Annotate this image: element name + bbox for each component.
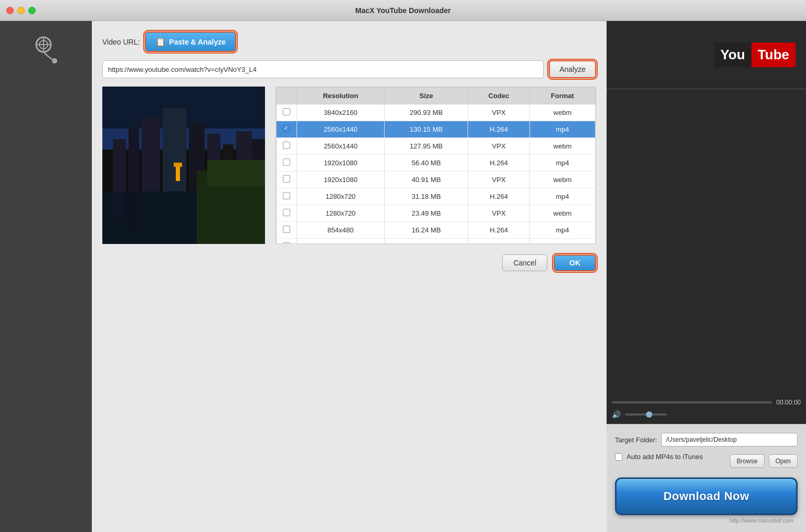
- target-folder-label: Target Folder:: [615, 436, 657, 444]
- sidebar: [0, 21, 92, 532]
- row-size: 16.24 MB: [385, 222, 468, 239]
- svg-rect-22: [207, 160, 265, 186]
- analyze-button[interactable]: Analyze: [549, 60, 596, 78]
- volume-knob: [646, 411, 652, 418]
- row-codec: VPX: [468, 205, 529, 222]
- row-format: webm: [529, 138, 595, 155]
- download-now-button[interactable]: Download Now: [615, 477, 798, 515]
- row-resolution: 854x480: [297, 239, 385, 244]
- row-codec: H.264: [468, 222, 529, 239]
- row-size: 127.95 MB: [385, 138, 468, 155]
- row-codec: VPX: [468, 239, 529, 244]
- table-row[interactable]: 2560x1440130.15 MBH.264mp4: [277, 121, 596, 138]
- volume-row: 🔊: [612, 410, 801, 419]
- paste-analyze-button[interactable]: 📋 Paste & Analyze: [145, 31, 236, 52]
- table-row[interactable]: 1920x108056.40 MBH.264mp4: [277, 155, 596, 172]
- close-button[interactable]: [6, 7, 14, 14]
- video-url-label: Video URL:: [102, 38, 140, 46]
- browse-button[interactable]: Browse: [730, 454, 765, 468]
- table-row[interactable]: 854x48011.94 MBVPXwebm: [277, 239, 596, 244]
- window-title: MacX YouTube Downloader: [355, 6, 451, 15]
- row-codec: H.264: [468, 155, 529, 172]
- col-size: Size: [385, 88, 468, 104]
- row-resolution: 3840x2160: [297, 104, 385, 121]
- content-area: Resolution Size Codec Format 3840x216029…: [102, 87, 596, 522]
- titlebar: MacX YouTube Downloader: [0, 0, 806, 21]
- svg-rect-19: [113, 191, 126, 223]
- table-row[interactable]: 1920x108040.91 MBVPXwebm: [277, 172, 596, 188]
- row-resolution: 1920x1080: [297, 172, 385, 188]
- maximize-button[interactable]: [28, 7, 36, 14]
- bottom-section: Target Folder: Auto add MP4s to iTunes B…: [607, 424, 806, 532]
- video-thumbnail: [102, 87, 265, 244]
- row-checkbox[interactable]: [283, 226, 290, 233]
- row-format: webm: [529, 104, 595, 121]
- open-button[interactable]: Open: [769, 454, 798, 468]
- url-input[interactable]: [102, 60, 544, 78]
- col-format: Format: [529, 88, 595, 104]
- auto-add-label: Auto add MP4s to iTunes: [627, 453, 703, 461]
- url-input-row: Analyze: [102, 60, 596, 78]
- progress-bar[interactable]: [612, 401, 772, 403]
- cancel-button[interactable]: Cancel: [502, 254, 547, 271]
- volume-icon: 🔊: [612, 410, 621, 419]
- folder-path-input[interactable]: [661, 433, 798, 446]
- player-area: 00:00:00 🔊: [607, 89, 806, 424]
- row-codec: VPX: [468, 104, 529, 121]
- table-row[interactable]: 1280x72023.49 MBVPXwebm: [277, 205, 596, 222]
- row-checkbox[interactable]: [283, 125, 290, 132]
- row-checkbox[interactable]: [283, 158, 290, 166]
- row-checkbox[interactable]: [283, 108, 290, 115]
- url-row: Video URL: 📋 Paste & Analyze: [102, 31, 596, 52]
- row-format: mp4: [529, 188, 595, 205]
- time-display: 00:00:00: [776, 399, 801, 406]
- dialog-area: Video URL: 📋 Paste & Analyze Analyze: [92, 21, 607, 532]
- svg-rect-20: [129, 191, 139, 233]
- row-format: webm: [529, 239, 595, 244]
- table-row[interactable]: 854x48016.24 MBH.264mp4: [277, 222, 596, 239]
- row-resolution: 854x480: [297, 222, 385, 239]
- traffic-lights: [6, 7, 36, 14]
- youtube-you-text: You: [714, 42, 751, 67]
- row-resolution: 2560x1440: [297, 138, 385, 155]
- row-format: mp4: [529, 121, 595, 138]
- table-row[interactable]: 2560x1440127.95 MBVPXwebm: [277, 138, 596, 155]
- row-codec: H.264: [468, 188, 529, 205]
- format-table: Resolution Size Codec Format 3840x216029…: [276, 87, 596, 244]
- ok-button[interactable]: OK: [554, 254, 596, 271]
- table-header-row: Resolution Size Codec Format: [277, 88, 596, 104]
- auto-add-checkbox[interactable]: [615, 453, 622, 461]
- row-format: webm: [529, 205, 595, 222]
- auto-folder-row: Auto add MP4s to iTunes Browse Open: [615, 453, 798, 469]
- folder-buttons: Browse Open: [730, 454, 798, 468]
- row-checkbox[interactable]: [283, 175, 290, 183]
- format-table-area: Resolution Size Codec Format 3840x216029…: [275, 87, 596, 522]
- row-size: 23.49 MB: [385, 205, 468, 222]
- row-checkbox[interactable]: [283, 242, 290, 244]
- auto-add-row: Auto add MP4s to iTunes: [615, 453, 703, 461]
- main-layout: Video URL: 📋 Paste & Analyze Analyze: [0, 21, 806, 532]
- format-table-scroll[interactable]: Resolution Size Codec Format 3840x216029…: [275, 87, 596, 244]
- footer-url: http://www.macxdvd.com: [615, 515, 798, 524]
- row-codec: VPX: [468, 138, 529, 155]
- minimize-button[interactable]: [17, 7, 25, 14]
- row-checkbox[interactable]: [283, 192, 290, 199]
- row-resolution: 1280x720: [297, 205, 385, 222]
- row-checkbox[interactable]: [283, 142, 290, 149]
- paste-icon: 📋: [155, 37, 166, 47]
- svg-rect-24: [174, 163, 182, 167]
- player-controls: 00:00:00 🔊: [607, 399, 806, 419]
- row-format: webm: [529, 172, 595, 188]
- row-resolution: 2560x1440: [297, 121, 385, 138]
- col-resolution: Resolution: [297, 88, 385, 104]
- table-row[interactable]: 1280x72031.18 MBH.264mp4: [277, 188, 596, 205]
- row-checkbox[interactable]: [283, 209, 290, 216]
- dialog-buttons-row: Cancel OK: [275, 254, 596, 271]
- youtube-logo-area: You Tube: [607, 21, 806, 89]
- thumbnail-image: [102, 87, 265, 244]
- table-row[interactable]: 3840x2160290.93 MBVPXwebm: [277, 104, 596, 121]
- volume-slider[interactable]: [625, 413, 667, 416]
- right-panel: You Tube 00:00:00 🔊 T: [607, 21, 806, 532]
- row-size: 130.15 MB: [385, 121, 468, 138]
- app-logo: [28, 31, 65, 68]
